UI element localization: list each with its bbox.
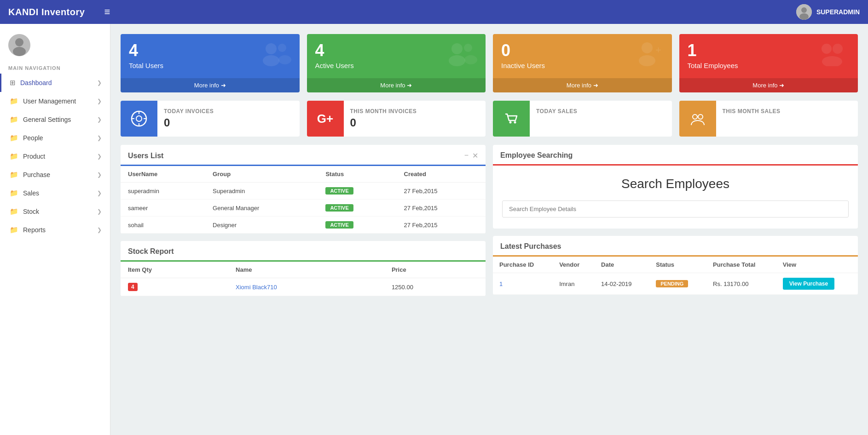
sidebar-item-product[interactable]: 📁 Product ❯	[0, 147, 110, 166]
inactive-users-num: 0	[501, 42, 545, 59]
product-icon: 📁	[10, 152, 18, 160]
sidebar-label-reports: Reports	[23, 226, 46, 234]
topnav-right: SUPERADMIN	[796, 4, 860, 20]
svg-point-28	[693, 114, 697, 119]
active-users-footer[interactable]: More info ➜	[307, 78, 486, 92]
sidebar-item-people[interactable]: 📁 People ❯	[0, 129, 110, 147]
svg-point-5	[13, 47, 26, 56]
svg-point-12	[464, 44, 472, 52]
month-invoices-title: THIS MONTH INVOICES	[350, 108, 417, 114]
svg-point-14	[642, 42, 653, 53]
cell-created: 27 Feb,2015	[397, 200, 486, 217]
sidebar-item-reports[interactable]: 📁 Reports ❯	[0, 221, 110, 239]
employee-search-input[interactable]	[502, 200, 849, 218]
chevron-icon-ppl: ❯	[97, 135, 102, 141]
today-invoices-value: 0	[164, 116, 214, 129]
bottom-panels: Users List − ✕ UserName Group Status	[121, 145, 858, 296]
employee-search-body: Search Employees	[493, 166, 858, 229]
stock-link[interactable]: Xiomi Black710	[236, 284, 277, 291]
employee-search-heading: Search Employees	[502, 177, 849, 191]
col-created: Created	[397, 166, 486, 183]
month-invoices-value: 0	[350, 116, 417, 129]
chevron-icon-um: ❯	[97, 98, 102, 104]
chevron-icon-sal: ❯	[97, 190, 102, 196]
total-employees-footer[interactable]: More info ➜	[679, 78, 858, 92]
col-date: Date	[595, 257, 649, 273]
svg-point-7	[263, 55, 279, 66]
minimize-icon[interactable]: −	[464, 151, 469, 160]
svg-point-8	[278, 44, 286, 52]
total-users-num: 4	[129, 42, 163, 59]
sidebar-item-user-management[interactable]: 📁 User Management ❯	[0, 92, 110, 110]
svg-point-26	[509, 121, 512, 124]
sidebar-item-purchase[interactable]: 📁 Purchase ❯	[0, 166, 110, 184]
total-users-label: Total Users	[129, 62, 163, 69]
col-name: Name	[228, 262, 384, 278]
sidebar-item-general-settings[interactable]: 📁 General Settings ❯	[0, 110, 110, 129]
cell-status: ACTIVE	[318, 183, 396, 200]
month-invoices-icon: G+	[307, 101, 344, 137]
employee-search-title: Employee Searching	[500, 151, 573, 160]
svg-point-15	[639, 55, 655, 66]
cell-qty: 4	[121, 278, 228, 296]
stock-icon: 📁	[10, 207, 18, 216]
info-cards-row: TODAY INVOICES 0 G+ THIS MONTH INVOICES …	[121, 101, 858, 137]
table-row: sohail Designer ACTIVE 27 Feb,2015	[121, 217, 486, 234]
sidebar-label-sales: Sales	[23, 189, 39, 197]
sidebar-item-stock[interactable]: 📁 Stock ❯	[0, 202, 110, 221]
avatar	[796, 4, 812, 20]
col-status: Status	[649, 257, 706, 273]
chevron-icon: ❯	[97, 80, 102, 86]
today-sales-icon	[493, 101, 530, 137]
right-panels: Employee Searching Search Employees Late…	[493, 145, 858, 296]
cell-date: 14-02-2019	[595, 273, 649, 295]
latest-purchases-title: Latest Purchases	[500, 242, 561, 251]
col-vendor: Vendor	[553, 257, 595, 273]
svg-point-21	[136, 116, 142, 121]
purchase-table: Purchase ID Vendor Date Status Purchase …	[493, 257, 858, 295]
cell-username: sohail	[121, 217, 205, 234]
stat-card-total-employees: 1 Total Employees More info ➜	[679, 34, 858, 92]
stock-report-title: Stock Report	[128, 247, 174, 256]
main-content: 4 Total Users More info ➜	[110, 24, 868, 435]
sidebar: MAIN NAVIGATION ⊞ Dashboard ❯ 📁 User Man…	[0, 24, 110, 435]
status-badge: ACTIVE	[325, 204, 353, 212]
sidebar-user-avatar	[0, 29, 110, 60]
sidebar-label-stock: Stock	[23, 208, 39, 215]
left-panels: Users List − ✕ UserName Group Status	[121, 145, 486, 296]
chevron-icon-stk: ❯	[97, 208, 102, 215]
svg-point-19	[822, 56, 842, 66]
general-settings-icon: 📁	[10, 115, 18, 124]
svg-point-1	[801, 7, 807, 13]
hamburger-icon[interactable]: ≡	[104, 6, 110, 18]
svg-point-18	[833, 44, 843, 54]
topnav-left: KANDI Inventory ≡	[8, 6, 110, 18]
cell-status: ACTIVE	[318, 200, 396, 217]
sidebar-label-product: Product	[23, 153, 45, 160]
info-card-month-sales: THIS MONTH SALES	[679, 101, 858, 137]
stat-card-inactive-users: 0 Inactive Users + More info ➜	[493, 34, 672, 92]
purchase-id-link[interactable]: 1	[499, 280, 503, 287]
col-group: Group	[205, 166, 318, 183]
stock-table: Item Qty Name Price 4 Xiomi Black710 125…	[121, 262, 486, 296]
cell-name: Xiomi Black710	[228, 278, 384, 296]
status-badge: ACTIVE	[325, 221, 353, 229]
cell-created: 27 Feb,2015	[397, 217, 486, 234]
cell-price: 1250.00	[384, 278, 486, 296]
sidebar-item-sales[interactable]: 📁 Sales ❯	[0, 184, 110, 202]
sidebar-item-dashboard[interactable]: ⊞ Dashboard ❯	[0, 74, 110, 92]
svg-point-6	[266, 43, 277, 54]
svg-point-2	[799, 13, 809, 20]
stock-report-widget: Stock Report Item Qty Name Price	[121, 241, 486, 296]
cell-username: superadmin	[121, 183, 205, 200]
inactive-users-footer[interactable]: More info ➜	[493, 78, 672, 92]
total-users-footer[interactable]: More info ➜	[121, 78, 300, 92]
svg-text:+: +	[655, 44, 661, 56]
view-purchase-button[interactable]: View Purchase	[783, 278, 835, 290]
close-icon[interactable]: ✕	[472, 151, 478, 160]
active-users-num: 4	[315, 42, 354, 59]
users-icon	[258, 40, 291, 73]
today-sales-title: TODAY SALES	[536, 108, 577, 114]
chevron-icon-prod: ❯	[97, 153, 102, 160]
table-row: sameer General Manager ACTIVE 27 Feb,201…	[121, 200, 486, 217]
